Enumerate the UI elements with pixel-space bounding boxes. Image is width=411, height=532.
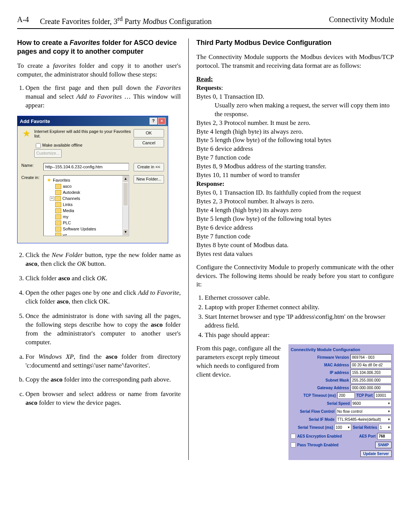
right-heading: Third Party Modbus Device Configuration [196,38,394,47]
customize-button[interactable]: Customize... [34,149,62,158]
folder-icon [55,190,61,195]
tree-item[interactable]: my [45,214,128,220]
s1a: Open the first page and then pull down t… [25,84,156,91]
tree-lbl-8: Software Updates [63,226,96,232]
tree-item[interactable]: +Channels [45,195,128,201]
offline-checkbox[interactable] [36,143,41,148]
fw-input[interactable]: 869764 - 003 [350,354,392,361]
header-title-pre: Create Favorites folder, 3 [40,17,118,26]
new-folder-button[interactable]: New Folder... [134,175,164,184]
ip-input[interactable]: 155.104.006.203 [350,369,392,376]
cfg-steps: Ethernet crossover cable. Laptop with pr… [196,294,394,340]
tree-item[interactable]: asco [45,183,128,189]
sbb: folder into the corresponding path above… [62,376,171,383]
req-line: Byte 7 function code [196,153,394,162]
ok-button[interactable]: OK [134,129,164,137]
dialog-titlebar[interactable]: Add Favorite ? × [18,116,168,126]
req-line: Bytes 2, 3 Protocol number. It must be z… [196,119,394,128]
sr-select[interactable]: 1▼ [379,424,392,431]
folder-icon [55,233,61,236]
snmp-button[interactable]: SNMP [375,442,392,448]
folder-tree[interactable]: ★Favorites asco Autodesk +Channels Links… [43,175,129,236]
tree-item[interactable]: Media [45,208,128,214]
sto-select[interactable]: 100▼ [335,424,351,431]
tto-label: TCP Timeout (ms) [291,393,336,398]
scroll-down-icon[interactable]: ▼ [123,229,129,236]
cancel-button[interactable]: Cancel [134,139,164,147]
scroll-thumb[interactable] [123,182,128,206]
h-em: Favorites [70,39,100,46]
s2a: Click the [25,251,52,259]
aes-checkbox[interactable] [291,434,296,439]
sbbold: asco [51,376,62,383]
step-1: Open the first page and then pull down t… [25,84,181,110]
chevron-down-icon: ▼ [347,426,350,429]
page-header: A-4 Create Favorites folder, 3rd Party M… [17,15,394,29]
folder-icon [55,202,61,207]
dialog-message: Internet Explorer will add this page to … [34,129,131,159]
tree-item[interactable]: Autodesk [45,189,128,195]
resp-line: Byte 6 device address [196,224,394,232]
sto-label: Serial Timeout (ms) [291,425,333,430]
tport-input[interactable]: 10001 [374,392,392,399]
s3e: OK [97,275,106,282]
sabold: asco [105,353,117,360]
create-in-button[interactable]: Create in << [134,163,164,171]
req-line: Bytes 8, 9 Modbus address of the startin… [196,162,394,171]
substep-b: Copy the asco folder into the correspond… [25,375,181,384]
tree-item[interactable]: Software Updates [45,226,128,232]
s2d: button. [86,260,106,267]
tree-lbl-0: Favorites [53,177,70,183]
s5bold: asco [151,321,162,328]
fw-label: Firmware Version [291,355,349,359]
req-line: Byte 4 length (high byte) its always zer… [196,128,394,136]
step-4: Open the other pages one by one and clic… [25,289,181,306]
aesport-input[interactable]: 768 [377,433,392,439]
resp-line: Byte 7 function code [196,232,394,241]
s2e2: OK [77,260,86,267]
tree-root[interactable]: ★Favorites [45,177,128,183]
gw-input[interactable]: 000.000.000.000 [350,385,392,391]
config-panel: Connectivity Module Configuration Firmwa… [288,344,394,460]
help-icon[interactable]: ? [150,118,157,125]
header-title-sup: rd [118,15,123,22]
offline-label: Make available offline [42,143,83,148]
tree-item[interactable]: PLC [45,220,128,226]
left-intro: To create a favorites folder and copy it… [17,62,181,79]
scrollbar[interactable]: ▲ ▼ [122,176,129,236]
tree-item[interactable]: vz [45,232,128,236]
header-right: Connectivity Module [329,15,394,26]
sba: Copy the [25,376,51,383]
tree-lbl-4: Links [63,201,73,208]
sfc-select[interactable]: No flow control▼ [336,408,392,415]
sto-val: 100 [336,425,342,430]
tree-lbl-6: my [63,214,68,220]
req-line: Bytes 0, 1 Transaction ID. [196,93,394,101]
create-in-label: Create in: [21,175,41,180]
folder-icon [55,214,61,219]
s4e: Add to Favorite [138,289,179,296]
chevron-down-icon: ▼ [387,402,390,405]
mac-input[interactable]: 00 20 4a d8 0e d2 [350,362,392,368]
tree-lbl-2: Autodesk [63,189,80,195]
steps-list-cont: Click the New Folder button, type the ne… [17,251,181,347]
s1e: Favorites [156,84,181,91]
tree-lbl-3: Channels [62,195,80,201]
pt-checkbox[interactable] [291,443,296,447]
sif-select[interactable]: TTL:RS485-4wire(default)▼ [336,416,392,423]
sif-val: TTL:RS485-4wire(default) [337,417,381,422]
s3a: Click folder [25,275,58,282]
ip-label: IP address [291,371,349,375]
close-icon[interactable]: × [158,118,166,125]
req-line: Usually zero when making a request, the … [196,101,394,119]
tto-input[interactable]: 200 [337,392,355,399]
scroll-up-icon[interactable]: ▲ [123,176,129,182]
sfc-label: Serial Flow Control [291,409,335,414]
sm-input[interactable]: 255.255.000.000 [350,377,392,383]
update-server-button[interactable]: Update Server [360,451,392,457]
s1b: manual and select [25,93,76,100]
ss-select[interactable]: 9600▼ [351,400,392,407]
expand-icon[interactable]: + [50,197,54,201]
tree-item[interactable]: Links [45,201,128,208]
name-input[interactable]: http--155.104.6.232-config.htm [43,163,129,171]
